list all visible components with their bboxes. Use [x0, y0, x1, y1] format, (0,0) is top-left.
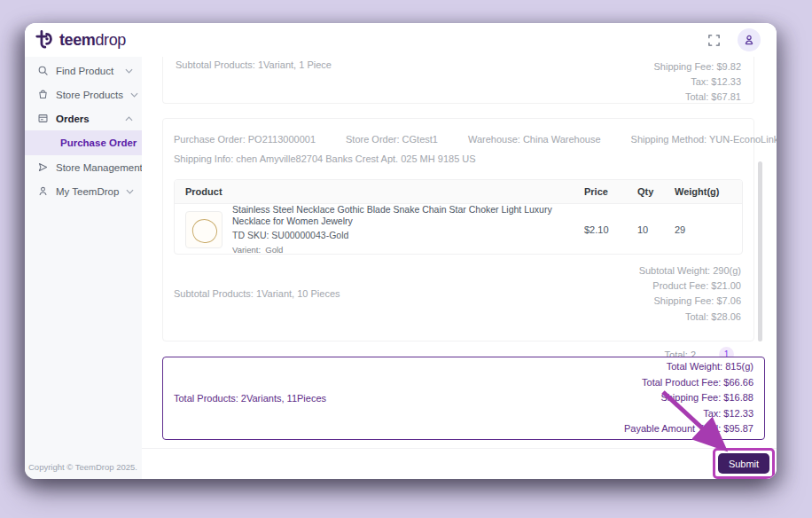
product-table-header: Product Price Qty Weight(g)	[175, 180, 742, 204]
summary-total-product-fee: Total Product Fee: $66.66	[624, 375, 753, 390]
order1-subtotal-products: Subtotal Products: 1Variant, 1 Piece	[176, 59, 332, 103]
summary-lines: Total Weight: 815(g) Total Product Fee: …	[624, 359, 753, 436]
product-table: Product Price Qty Weight(g) Stainless St…	[174, 179, 743, 255]
logo-text: teemdrop	[59, 31, 126, 50]
order2-subtotal-products: Subtotal Products: 1Variant, 10 Pieces	[174, 288, 340, 299]
chevron-down-icon	[130, 92, 138, 98]
col-weight: Weight(g)	[675, 186, 742, 197]
summary-payable-amount: Payable Amount Total: $95.87	[624, 421, 753, 436]
search-icon	[37, 65, 49, 76]
send-icon	[37, 161, 49, 173]
product-qty: 10	[637, 224, 675, 235]
orders-icon	[37, 113, 49, 124]
main-content: Subtotal Products: 1Variant, 1 Piece Shi…	[142, 57, 777, 479]
order2-shipping-info-row: Shipping Info: chen Amyville82704 Banks …	[174, 153, 743, 164]
user-avatar-button[interactable]	[738, 28, 761, 51]
sidebar-item-store-management[interactable]: Store Management	[25, 155, 142, 179]
store-order: Store Order: CGtest1	[346, 134, 438, 145]
footer-divider	[142, 448, 777, 449]
purchase-order-number: Purchase Order: PO2113000001	[174, 134, 316, 145]
submit-annotation-box: Submit	[713, 448, 775, 479]
topbar: teemdrop	[25, 23, 777, 57]
summary-tax: Tax: $12.33	[624, 406, 753, 421]
teemdrop-logo-icon	[35, 29, 59, 51]
bag-icon	[37, 89, 49, 100]
order1-total: Total: $67.81	[654, 90, 741, 105]
chevron-up-icon	[125, 116, 133, 122]
sidebar-item-label: Store Products	[56, 90, 123, 100]
sidebar-item-my-teemdrop[interactable]: My TeemDrop	[25, 179, 142, 203]
table-row: Stainless Steel Necklace Gothic Blade Sn…	[175, 204, 742, 254]
product-sku: TD SKU: SU00000043-Gold	[232, 230, 584, 241]
order1-tax: Tax: $12.33	[654, 75, 741, 90]
sidebar-item-label: Orders	[56, 114, 118, 124]
person-icon	[37, 185, 49, 197]
warehouse: Warehouse: China Warehouse	[468, 134, 601, 145]
order2-total: Total: $28.06	[639, 310, 741, 325]
order2-subtotal-weight: Subtotal Weight: 290(g)	[639, 263, 741, 279]
copyright-text: Copyright © TeemDrop 2025.	[28, 462, 137, 472]
sidebar-item-find-product[interactable]: Find Product	[25, 59, 142, 82]
order2-info-row: Purchase Order: PO2113000001 Store Order…	[174, 134, 743, 145]
product-weight: 29	[675, 224, 742, 235]
summary-shipping-fee: Shipping Fee: $16.88	[624, 390, 753, 405]
scrollbar-thumb[interactable]	[758, 161, 762, 341]
order-card-1: Subtotal Products: 1Variant, 1 Piece Shi…	[162, 57, 754, 104]
summary-total-products: Total Products: 2Variants, 11Pieces	[174, 393, 326, 404]
sidebar-item-store-products[interactable]: Store Products	[25, 82, 142, 106]
chevron-down-icon	[126, 189, 134, 194]
summary-total-weight: Total Weight: 815(g)	[624, 359, 753, 374]
product-price: $2.10	[584, 224, 637, 235]
app-window: teemdrop Find Product	[25, 23, 777, 479]
sidebar-item-label: Store Management	[56, 162, 143, 173]
product-title: Stainless Steel Necklace Gothic Blade Sn…	[232, 204, 584, 227]
shipping-method: Shipping Method: YUN-EconoLink Standard	[631, 134, 777, 145]
sidebar-item-orders[interactable]: Orders	[25, 106, 142, 130]
order-card-2: Purchase Order: PO2113000001 Store Order…	[162, 118, 754, 341]
order2-product-fee: Product Fee: $21.00	[639, 279, 741, 294]
col-qty: Qty	[637, 186, 675, 197]
chevron-down-icon	[125, 68, 133, 74]
sidebar-item-purchase-order[interactable]: Purchase Order	[25, 130, 142, 155]
order2-fees: Subtotal Weight: 290(g) Product Fee: $21…	[639, 263, 743, 325]
product-variant: Varient: Gold	[232, 244, 584, 255]
col-product: Product	[175, 186, 584, 197]
order1-fees: Shipping Fee: $9.82 Tax: $12.33 Total: $…	[654, 59, 741, 103]
sidebar: Find Product Store Products Orders Purch…	[25, 57, 142, 479]
order-summary-box: Total Products: 2Variants, 11Pieces Tota…	[162, 357, 765, 440]
submit-button[interactable]: Submit	[718, 453, 769, 474]
col-price: Price	[584, 186, 637, 197]
shipping-info: Shipping Info: chen Amyville82704 Banks …	[174, 153, 476, 164]
product-image-necklace	[185, 211, 223, 248]
sidebar-item-label: My TeemDrop	[56, 186, 119, 197]
order2-shipping-fee: Shipping Fee: $7.06	[639, 294, 741, 309]
sidebar-item-label: Find Product	[56, 66, 118, 76]
order1-shipping-fee: Shipping Fee: $9.82	[654, 59, 741, 75]
fullscreen-icon[interactable]	[702, 28, 725, 51]
app-logo[interactable]: teemdrop	[35, 29, 126, 51]
sidebar-item-label: Purchase Order	[60, 137, 137, 148]
